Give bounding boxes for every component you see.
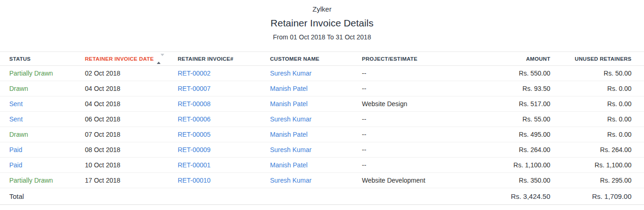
unused-retainers-cell: Rs. 0.00 — [550, 112, 644, 127]
retainer-invoice-link[interactable]: RET-00010 — [178, 177, 211, 184]
amount-cell: Rs. 550.00 — [474, 66, 550, 81]
total-amount: Rs. 3,424.50 — [474, 188, 550, 205]
unused-retainers-cell: Rs. 0.00 — [550, 127, 644, 142]
retainer-invoice-link[interactable]: RET-00005 — [178, 131, 211, 138]
unused-retainers-cell: Rs. 295.00 — [550, 173, 644, 188]
status-label: Drawn — [9, 131, 28, 138]
company-name: Zylker — [0, 5, 644, 13]
table-row: Sent 06 Oct 2018 RET-00006 Suresh Kumar … — [0, 112, 644, 127]
column-header-retainer-invoice-date[interactable]: RETAINER INVOICE DATE — [85, 52, 178, 66]
sort-ascending-icon — [157, 56, 164, 62]
project-estimate-cell: -- — [362, 112, 474, 127]
status-label: Paid — [9, 161, 22, 169]
customer-name-link[interactable]: Suresh Kumar — [270, 115, 311, 123]
table-row: Paid 08 Oct 2018 RET-00009 Suresh Kumar … — [0, 142, 644, 158]
project-estimate-cell: Website Development — [362, 173, 474, 188]
table-row: Drawn 07 Oct 2018 RET-00005 Manish Patel… — [0, 127, 644, 142]
unused-retainers-cell: Rs. 1,100.00 — [550, 158, 644, 173]
table-row: Partially Drawn 02 Oct 2018 RET-00002 Su… — [0, 66, 644, 81]
customer-name-link[interactable]: Manish Patel — [270, 161, 308, 169]
project-estimate-cell: Website Design — [362, 96, 474, 112]
customer-name-link[interactable]: Manish Patel — [270, 85, 308, 92]
retainer-invoice-table: STATUS RETAINER INVOICE DATE RETAINER IN… — [0, 51, 644, 205]
unused-retainers-cell: Rs. 0.00 — [550, 96, 644, 112]
report-date-range: From 01 Oct 2018 To 31 Oct 2018 — [0, 33, 644, 41]
table-row: Paid 10 Oct 2018 RET-00001 Manish Patel … — [0, 158, 644, 173]
amount-cell: Rs. 264.00 — [474, 142, 550, 158]
invoice-date-cell: 06 Oct 2018 — [85, 112, 178, 127]
report-header: Zylker Retainer Invoice Details From 01 … — [0, 0, 644, 41]
retainer-invoice-link[interactable]: RET-00007 — [178, 85, 211, 92]
retainer-invoice-link[interactable]: RET-00001 — [178, 161, 211, 169]
total-label: Total — [0, 188, 85, 205]
invoice-date-cell: 02 Oct 2018 — [85, 66, 178, 81]
retainer-invoice-link[interactable]: RET-00006 — [178, 115, 211, 123]
customer-name-link[interactable]: Suresh Kumar — [270, 70, 311, 77]
invoice-date-cell: 04 Oct 2018 — [85, 96, 178, 112]
unused-retainers-cell: Rs. 0.00 — [550, 81, 644, 96]
column-header-customer-name[interactable]: CUSTOMER NAME — [270, 52, 362, 66]
invoice-date-cell: 17 Oct 2018 — [85, 173, 178, 188]
project-estimate-cell: -- — [362, 142, 474, 158]
status-label: Partially Drawn — [9, 70, 53, 77]
invoice-date-cell: 10 Oct 2018 — [85, 158, 178, 173]
invoice-date-cell: 04 Oct 2018 — [85, 81, 178, 96]
amount-cell: Rs. 517.00 — [474, 96, 550, 112]
project-estimate-cell: -- — [362, 66, 474, 81]
report-title: Retainer Invoice Details — [0, 17, 644, 29]
status-label: Sent — [9, 115, 23, 123]
column-header-unused-retainers[interactable]: UNUSED RETAINERS — [550, 52, 644, 66]
column-header-retainer-invoice-number[interactable]: RETAINER INVOICE# — [178, 52, 270, 66]
customer-name-link[interactable]: Suresh Kumar — [270, 177, 311, 184]
column-header-amount[interactable]: AMOUNT — [474, 52, 550, 66]
unused-retainers-cell: Rs. 50.00 — [550, 66, 644, 81]
retainer-invoice-link[interactable]: RET-00002 — [178, 70, 211, 77]
column-header-status[interactable]: STATUS — [0, 52, 85, 66]
status-label: Drawn — [9, 85, 28, 92]
status-label: Paid — [9, 146, 22, 153]
table-row: Drawn 04 Oct 2018 RET-00007 Manish Patel… — [0, 81, 644, 96]
total-unused-retainers: Rs. 1,709.00 — [550, 188, 644, 205]
project-estimate-cell: -- — [362, 127, 474, 142]
project-estimate-cell: -- — [362, 81, 474, 96]
project-estimate-cell: -- — [362, 158, 474, 173]
customer-name-link[interactable]: Manish Patel — [270, 131, 308, 138]
status-label: Sent — [9, 100, 23, 108]
total-row: Total Rs. 3,424.50 Rs. 1,709.00 — [0, 188, 644, 205]
unused-retainers-cell: Rs. 264.00 — [550, 142, 644, 158]
amount-cell: Rs. 1,100.00 — [474, 158, 550, 173]
table-header-row: STATUS RETAINER INVOICE DATE RETAINER IN… — [0, 52, 644, 66]
customer-name-link[interactable]: Manish Patel — [270, 100, 308, 108]
column-header-project-estimate[interactable]: PROJECT/ESTIMATE — [362, 52, 474, 66]
retainer-invoice-link[interactable]: RET-00009 — [178, 146, 211, 153]
retainer-invoice-link[interactable]: RET-00008 — [178, 100, 211, 108]
invoice-date-cell: 08 Oct 2018 — [85, 142, 178, 158]
amount-cell: Rs. 495.00 — [474, 127, 550, 142]
invoice-date-cell: 07 Oct 2018 — [85, 127, 178, 142]
status-label: Partially Drawn — [9, 177, 53, 184]
amount-cell: Rs. 350.00 — [474, 173, 550, 188]
amount-cell: Rs. 55.00 — [474, 112, 550, 127]
amount-cell: Rs. 93.50 — [474, 81, 550, 96]
customer-name-link[interactable]: Suresh Kumar — [270, 146, 311, 153]
table-row: Sent 04 Oct 2018 RET-00008 Manish Patel … — [0, 96, 644, 112]
table-row: Partially Drawn 17 Oct 2018 RET-00010 Su… — [0, 173, 644, 188]
